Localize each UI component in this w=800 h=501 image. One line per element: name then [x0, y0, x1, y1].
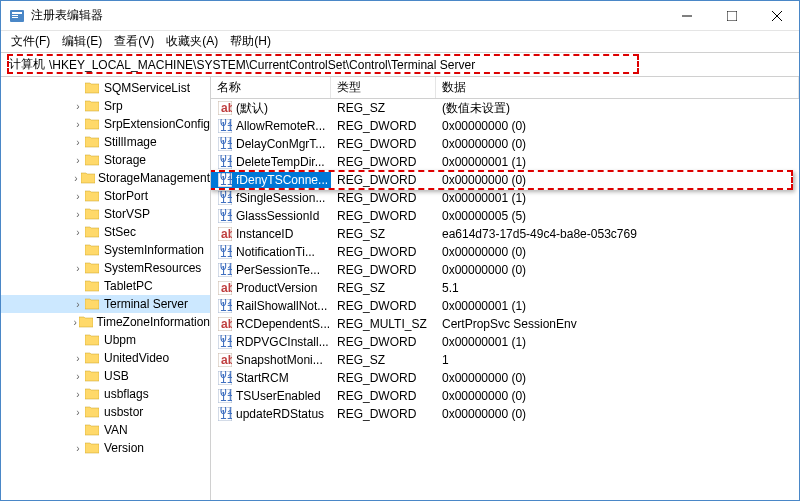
chevron-right-icon[interactable]: › [71, 389, 85, 400]
chevron-right-icon[interactable]: › [71, 101, 85, 112]
chevron-right-icon[interactable]: › [71, 119, 85, 130]
value-type: REG_DWORD [331, 209, 436, 223]
folder-icon [85, 189, 101, 203]
value-data: 0x00000000 (0) [436, 137, 799, 151]
tree-item[interactable]: SystemInformation [1, 241, 210, 259]
menu-help[interactable]: 帮助(H) [224, 31, 277, 52]
titlebar[interactable]: 注册表编辑器 [1, 1, 799, 31]
menu-file[interactable]: 文件(F) [5, 31, 56, 52]
value-row[interactable]: 011110RDPVGCInstall...REG_DWORD0x0000000… [211, 333, 799, 351]
value-name: NotificationTi... [236, 245, 315, 259]
tree-item-label: Srp [104, 99, 123, 113]
value-name: RCDependentS... [236, 317, 330, 331]
tree-item[interactable]: ›USB [1, 367, 210, 385]
value-row[interactable]: 011110GlassSessionIdREG_DWORD0x00000005 … [211, 207, 799, 225]
list-panel[interactable]: 名称 类型 数据 ab(默认)REG_SZ(数值未设置)011110AllowR… [211, 77, 799, 500]
chevron-right-icon[interactable]: › [71, 191, 85, 202]
col-data[interactable]: 数据 [436, 77, 799, 98]
folder-icon [79, 315, 93, 329]
chevron-right-icon[interactable]: › [71, 155, 85, 166]
value-name-cell: 011110TSUserEnabled [211, 388, 331, 404]
menu-fav[interactable]: 收藏夹(A) [160, 31, 224, 52]
tree-item[interactable]: ›usbstor [1, 403, 210, 421]
value-row[interactable]: 011110NotificationTi...REG_DWORD0x000000… [211, 243, 799, 261]
value-name: ProductVersion [236, 281, 317, 295]
binary-value-icon: 011110 [217, 172, 233, 188]
tree-item[interactable]: ›Terminal Server [1, 295, 210, 313]
value-row[interactable]: 011110updateRDStatusREG_DWORD0x00000000 … [211, 405, 799, 423]
close-button[interactable] [754, 1, 799, 30]
tree-item[interactable]: ›StorPort [1, 187, 210, 205]
value-row[interactable]: 011110TSUserEnabledREG_DWORD0x00000000 (… [211, 387, 799, 405]
address-input[interactable] [49, 58, 791, 72]
tree-item[interactable]: ›UnitedVideo [1, 349, 210, 367]
col-type[interactable]: 类型 [331, 77, 436, 98]
binary-value-icon: 011110 [217, 190, 233, 206]
chevron-right-icon[interactable]: › [71, 173, 81, 184]
menu-view[interactable]: 查看(V) [108, 31, 160, 52]
chevron-right-icon[interactable]: › [71, 443, 85, 454]
binary-value-icon: 011110 [217, 298, 233, 314]
chevron-right-icon[interactable]: › [71, 209, 85, 220]
svg-text:ab: ab [221, 227, 232, 241]
chevron-right-icon[interactable]: › [71, 317, 79, 328]
value-data: 0x00000000 (0) [436, 263, 799, 277]
value-name-cell: 011110fDenyTSConne... [211, 172, 331, 188]
chevron-right-icon[interactable]: › [71, 263, 85, 274]
tree-item-label: SQMServiceList [104, 81, 190, 95]
value-row[interactable]: ab(默认)REG_SZ(数值未设置) [211, 99, 799, 117]
col-name[interactable]: 名称 [211, 77, 331, 98]
binary-value-icon: 011110 [217, 334, 233, 350]
value-type: REG_DWORD [331, 407, 436, 421]
value-row[interactable]: abProductVersionREG_SZ5.1 [211, 279, 799, 297]
tree-item[interactable]: ›usbflags [1, 385, 210, 403]
value-row[interactable]: 011110DelayConMgrT...REG_DWORD0x00000000… [211, 135, 799, 153]
value-row[interactable]: 011110fDenyTSConne...REG_DWORD0x00000000… [211, 171, 799, 189]
value-row[interactable]: 011110PerSessionTe...REG_DWORD0x00000000… [211, 261, 799, 279]
tree-item-label: usbstor [104, 405, 143, 419]
value-row[interactable]: abInstanceIDREG_SZea614d73-17d5-49c4-ba8… [211, 225, 799, 243]
value-data: 0x00000000 (0) [436, 119, 799, 133]
tree-item[interactable]: ›StorVSP [1, 205, 210, 223]
folder-icon [85, 279, 101, 293]
value-type: REG_DWORD [331, 119, 436, 133]
chevron-right-icon[interactable]: › [71, 353, 85, 364]
value-type: REG_SZ [331, 281, 436, 295]
tree-item[interactable]: ›SrpExtensionConfig [1, 115, 210, 133]
tree-item[interactable]: VAN [1, 421, 210, 439]
chevron-right-icon[interactable]: › [71, 371, 85, 382]
tree-item[interactable]: Ubpm [1, 331, 210, 349]
value-row[interactable]: 011110RailShowallNot...REG_DWORD0x000000… [211, 297, 799, 315]
tree-item[interactable]: ›StillImage [1, 133, 210, 151]
value-row[interactable]: 011110StartRCMREG_DWORD0x00000000 (0) [211, 369, 799, 387]
tree-item[interactable]: TabletPC [1, 277, 210, 295]
value-type: REG_DWORD [331, 371, 436, 385]
tree-item[interactable]: ›StSec [1, 223, 210, 241]
value-row[interactable]: abSnapshotMoni...REG_SZ1 [211, 351, 799, 369]
chevron-right-icon[interactable]: › [71, 299, 85, 310]
value-row[interactable]: abRCDependentS...REG_MULTI_SZCertPropSvc… [211, 315, 799, 333]
tree-item[interactable]: SQMServiceList [1, 79, 210, 97]
tree-item[interactable]: ›StorageManagement [1, 169, 210, 187]
menu-edit[interactable]: 编辑(E) [56, 31, 108, 52]
maximize-button[interactable] [709, 1, 754, 30]
tree-panel[interactable]: SQMServiceList›Srp›SrpExtensionConfig›St… [1, 77, 211, 500]
binary-value-icon: 011110 [217, 208, 233, 224]
chevron-right-icon[interactable]: › [71, 137, 85, 148]
svg-text:110: 110 [220, 300, 232, 313]
chevron-right-icon[interactable]: › [71, 407, 85, 418]
minimize-button[interactable] [664, 1, 709, 30]
value-row[interactable]: 011110DeleteTempDir...REG_DWORD0x0000000… [211, 153, 799, 171]
folder-icon [85, 441, 101, 455]
tree-item[interactable]: ›TimeZoneInformation [1, 313, 210, 331]
value-row[interactable]: 011110AllowRemoteR...REG_DWORD0x00000000… [211, 117, 799, 135]
folder-icon [85, 387, 101, 401]
tree-item[interactable]: ›Version [1, 439, 210, 457]
value-row[interactable]: 011110fSingleSession...REG_DWORD0x000000… [211, 189, 799, 207]
tree-item[interactable]: ›SystemResources [1, 259, 210, 277]
window: 注册表编辑器 文件(F) 编辑(E) 查看(V) 收藏夹(A) 帮助(H) 计算… [0, 0, 800, 501]
tree-item[interactable]: ›Srp [1, 97, 210, 115]
tree-item[interactable]: ›Storage [1, 151, 210, 169]
tree-item-label: Ubpm [104, 333, 136, 347]
chevron-right-icon[interactable]: › [71, 227, 85, 238]
